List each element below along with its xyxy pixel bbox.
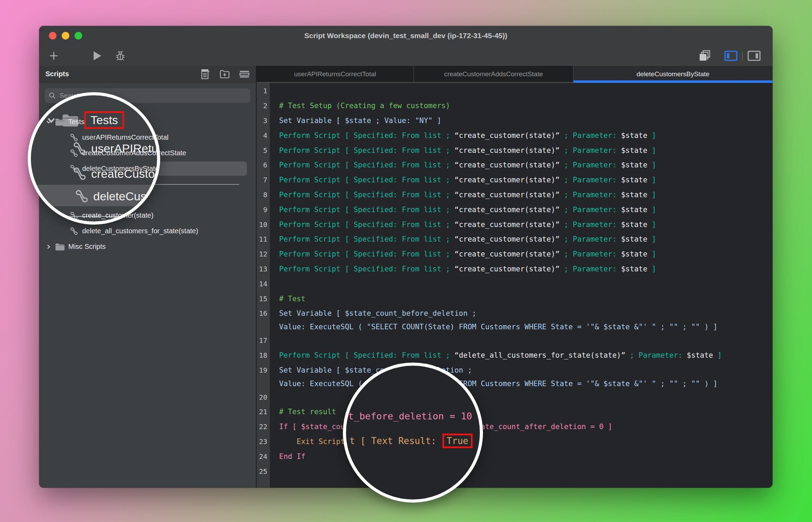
line-number: 19 bbox=[257, 366, 270, 374]
line-number: 7 bbox=[257, 176, 270, 184]
minimize-button[interactable] bbox=[62, 32, 69, 40]
tab-createCustomerAddsCorrectState[interactable]: createCustomerAddsCorrectState bbox=[414, 66, 573, 82]
script-step-line-1[interactable]: 1 bbox=[257, 84, 772, 98]
sidebar-script-delete_all_customers_for_state(state)[interactable]: delete_all_customers_for_state(state) bbox=[39, 223, 256, 239]
script-step-line-18[interactable]: 18Perform Script [ Specified: From list … bbox=[257, 348, 772, 363]
line-number: 13 bbox=[257, 265, 270, 273]
script-step-line-11[interactable]: 11Perform Script [ Specified: From list … bbox=[257, 232, 772, 247]
step-text: End If bbox=[270, 452, 305, 461]
menu-icon[interactable] bbox=[239, 70, 250, 78]
line-number: 4 bbox=[257, 131, 270, 140]
folder-icon bbox=[55, 118, 65, 126]
script-step-line-16[interactable]: 16Set Variable [ $state_count_before_del… bbox=[257, 306, 772, 321]
magnifier-lens-tests: Tests userAPIRetu createCusto deleteCust bbox=[28, 92, 160, 225]
true-highlight-box: True bbox=[442, 434, 473, 448]
cascade-windows-button[interactable] bbox=[698, 45, 712, 66]
script-step-line-12[interactable]: 12Perform Script [ Specified: From list … bbox=[257, 247, 772, 262]
script-step-line-3[interactable]: 3Set Variable [ $state ; Value: "NY" ] bbox=[257, 113, 772, 128]
script-step-line-14[interactable]: 14 bbox=[257, 276, 772, 291]
script-step-line-23[interactable]: 23 Exit Script [ Text Result: True ] bbox=[257, 434, 772, 449]
script-step-line-22[interactable]: 22If [ $state_count_before_deletion = 10… bbox=[257, 419, 772, 434]
line-number: 16 bbox=[257, 309, 270, 317]
step-text: Perform Script [ Specified: From list ; … bbox=[270, 235, 656, 243]
script-step-line-9[interactable]: 9Perform Script [ Specified: From list ;… bbox=[257, 202, 772, 217]
script-step-line-17[interactable]: 17 bbox=[257, 333, 772, 348]
script-step-line-13[interactable]: 13Perform Script [ Specified: From list … bbox=[257, 262, 772, 277]
line-number: 18 bbox=[257, 351, 270, 359]
script-step-line-20[interactable]: 20 bbox=[257, 390, 772, 404]
script-step-line-6[interactable]: 6Perform Script [ Specified: From list ;… bbox=[257, 158, 772, 173]
title-bar: Script Workspace (devin_test_small_dev (… bbox=[39, 26, 772, 45]
desktop-background: Script Workspace (devin_test_small_dev (… bbox=[0, 0, 812, 522]
script-step-line-5[interactable]: 5Perform Script [ Specified: From list ;… bbox=[257, 143, 772, 158]
script-step-line-19[interactable]: 19Set Variable [ $state_count_after_dele… bbox=[257, 363, 772, 377]
close-button[interactable] bbox=[49, 32, 57, 40]
toolbar-divider bbox=[740, 45, 744, 66]
script-step-line-2[interactable]: 2# Test Setup (Creating a few customers) bbox=[257, 98, 772, 113]
step-text: # Test result bbox=[270, 408, 336, 416]
line-number: 1 bbox=[257, 87, 270, 95]
script-step-line-21[interactable]: 21# Test result bbox=[257, 404, 772, 419]
script-step-line-15[interactable]: 15# Test bbox=[257, 291, 772, 306]
line-number: 11 bbox=[257, 235, 270, 243]
script-scroll-icon bbox=[70, 211, 78, 220]
debug-script-button[interactable] bbox=[114, 45, 127, 66]
script-step-line-10[interactable]: 10Perform Script [ Specified: From list … bbox=[257, 217, 772, 232]
line-number: 15 bbox=[257, 295, 270, 303]
traffic-lights bbox=[49, 32, 82, 40]
new-script-button[interactable] bbox=[47, 45, 60, 66]
script-step-line-24[interactable]: 24End If bbox=[257, 449, 772, 464]
step-text: Value: ExecuteSQL ( "SELECT COUNT(State)… bbox=[270, 323, 717, 331]
script-step-line-7[interactable]: 7Perform Script [ Specified: From list ;… bbox=[257, 173, 772, 188]
line-number: 2 bbox=[257, 102, 270, 110]
step-text: Perform Script [ Specified: From list ; … bbox=[270, 250, 656, 258]
chevron-down-icon[interactable] bbox=[45, 119, 52, 125]
toggle-left-pane-button[interactable] bbox=[723, 45, 738, 66]
step-text: Perform Script [ Specified: From list ; … bbox=[270, 161, 656, 169]
line-number: 25 bbox=[257, 467, 270, 476]
line-number: 10 bbox=[257, 220, 270, 229]
script-step-line-25[interactable]: 25 bbox=[257, 464, 772, 479]
step-text: # Test bbox=[270, 295, 305, 303]
line-number: 23 bbox=[257, 437, 270, 446]
step-text: Value: ExecuteSQL ( "SELECT COUNT(State)… bbox=[270, 380, 717, 388]
run-script-button[interactable] bbox=[91, 45, 104, 66]
line-number: 21 bbox=[257, 408, 270, 416]
step-text: Perform Script [ Specified: From list ; … bbox=[270, 176, 656, 184]
step-text: Perform Script [ Specified: From list ; … bbox=[270, 191, 656, 199]
toggle-right-pane-button[interactable] bbox=[746, 45, 762, 66]
step-text: Perform Script [ Specified: From list ; … bbox=[270, 220, 656, 229]
script-list-icon[interactable] bbox=[201, 69, 210, 79]
cascade-windows-icon bbox=[699, 50, 711, 62]
script-step-line-19-wrap[interactable]: Value: ExecuteSQL ( "SELECT COUNT(State)… bbox=[257, 377, 772, 390]
window-title: Script Workspace (devin_test_small_dev (… bbox=[304, 32, 508, 40]
script-step-line-4[interactable]: 4Perform Script [ Specified: From list ;… bbox=[257, 128, 772, 143]
tab-userAPIReturnsCorrectTotal[interactable]: userAPIReturnsCorrectTotal bbox=[257, 66, 414, 82]
line-number: 20 bbox=[257, 393, 270, 401]
new-folder-icon[interactable] bbox=[219, 70, 230, 79]
line-number: 17 bbox=[257, 336, 270, 345]
line-number: 6 bbox=[257, 161, 270, 169]
step-text: Set Variable [ $state ; Value: "NY" ] bbox=[270, 116, 441, 125]
folder-icon bbox=[55, 243, 65, 251]
line-number: 5 bbox=[257, 146, 270, 155]
script-steps: 12# Test Setup (Creating a few customers… bbox=[257, 84, 772, 479]
step-text: # Test Setup (Creating a few customers) bbox=[270, 102, 450, 110]
plus-icon bbox=[48, 50, 59, 61]
script-editor: userAPIReturnsCorrectTotalcreateCustomer… bbox=[257, 66, 772, 488]
sidebar-folder-Misc Scripts[interactable]: Misc Scripts bbox=[39, 239, 256, 254]
line-number: 9 bbox=[257, 206, 270, 214]
search-icon bbox=[49, 92, 56, 99]
zoom-button[interactable] bbox=[75, 32, 82, 40]
step-text: Perform Script [ Specified: From list ; … bbox=[270, 206, 656, 214]
line-number: 24 bbox=[257, 452, 270, 461]
step-text: Set Variable [ $state_count_before_delet… bbox=[270, 309, 476, 317]
magnifier-lens-true: t_before_deletion = 10 t [ Text Result: … bbox=[343, 363, 483, 503]
step-text: Perform Script [ Specified: From list ; … bbox=[270, 146, 656, 155]
panel-right-icon bbox=[748, 51, 761, 61]
script-step-line-8[interactable]: 8Perform Script [ Specified: From list ;… bbox=[257, 188, 772, 202]
tab-deleteCustomersByState[interactable]: deleteCustomersByState bbox=[573, 66, 772, 82]
sidebar-header: Scripts bbox=[39, 66, 256, 82]
chevron-right-icon[interactable] bbox=[45, 244, 52, 250]
script-step-line-16-wrap[interactable]: Value: ExecuteSQL ( "SELECT COUNT(State)… bbox=[257, 321, 772, 333]
